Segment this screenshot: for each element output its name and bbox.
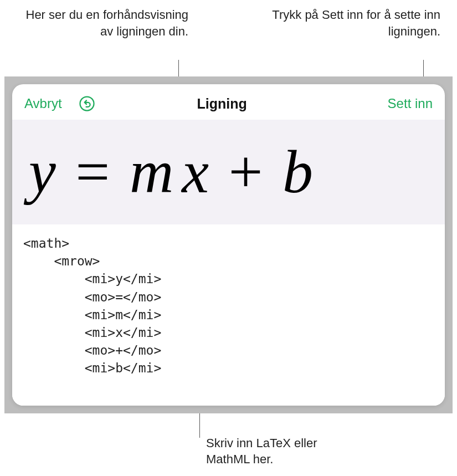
insert-button[interactable]: Sett inn bbox=[388, 96, 433, 111]
dialog-title: Ligning bbox=[57, 96, 388, 112]
equation-editor-popup: Avbryt Ligning Sett inn y = m x + b <mat… bbox=[12, 84, 445, 406]
toolbar: Avbryt Ligning Sett inn bbox=[12, 84, 445, 120]
callout-input: Skriv inn LaTeX eller MathML her. bbox=[206, 435, 361, 468]
code-input[interactable]: <math> <mrow> <mi>y</mi> <mo>=</mo> <mi>… bbox=[12, 224, 445, 406]
callout-preview: Her ser du en forhåndsvisning av ligning… bbox=[22, 7, 188, 39]
device-frame: Avbryt Ligning Sett inn y = m x + b <mat… bbox=[4, 76, 453, 413]
equation-preview: y = m x + b bbox=[12, 120, 445, 224]
callout-insert: Trykk på Sett inn for å sette inn lignin… bbox=[269, 7, 440, 39]
